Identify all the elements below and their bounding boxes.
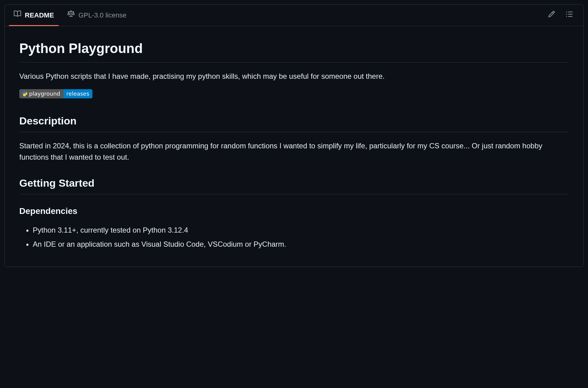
file-tabbar: README GPL-3.0 license (5, 5, 583, 26)
dependencies-list: Python 3.11+, currently tested on Python… (19, 224, 569, 251)
readme-content: Python Playground Various Python scripts… (5, 26, 583, 267)
outline-button[interactable] (563, 9, 575, 21)
readme-title: Python Playground (19, 38, 569, 63)
readme-intro: Various Python scripts that I have made,… (19, 70, 569, 82)
heading-description: Description (19, 113, 569, 132)
tab-license-label: GPL-3.0 license (78, 10, 126, 20)
book-icon (14, 10, 21, 20)
badge-right: releases (63, 89, 92, 98)
edit-button[interactable] (545, 9, 558, 21)
description-body: Started in 2024, this is a collection of… (19, 140, 569, 163)
list-item: An IDE or an application such as Visual … (33, 238, 569, 251)
list-item: Python 3.11+, currently tested on Python… (33, 224, 569, 237)
readme-panel: README GPL-3.0 license Python (4, 4, 584, 267)
tab-license[interactable]: GPL-3.0 license (61, 5, 133, 26)
heading-getting-started: Getting Started (19, 175, 569, 194)
list-unordered-icon (566, 10, 573, 20)
law-icon (67, 10, 75, 20)
tab-readme-label: README (25, 10, 54, 20)
heading-dependencies: Dependencies (19, 205, 569, 218)
tab-readme[interactable]: README (7, 5, 61, 26)
badge-left-text: playground (29, 91, 60, 97)
badge-right-text: releases (66, 91, 89, 97)
python-icon (22, 91, 27, 97)
tabbar-left: README GPL-3.0 license (7, 5, 545, 26)
pencil-icon (548, 10, 555, 20)
tabbar-right (545, 9, 581, 21)
badge-left: playground (19, 89, 63, 98)
badge-playground-releases[interactable]: playground releases (19, 89, 92, 98)
